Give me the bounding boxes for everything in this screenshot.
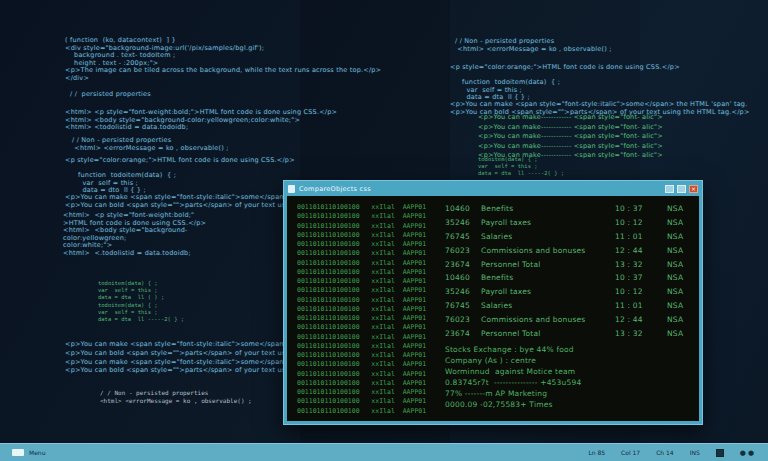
stocks-block: Stocks Exchange : bye 44% foodCompany (A… — [445, 344, 581, 410]
terminal-window: CompareObjects css × 0011010110100100 xx… — [283, 180, 703, 425]
binary-row: 0011010110100100 xxIlal AAPP01 — [297, 333, 426, 342]
tray-dots: ●● — [740, 449, 756, 457]
code-block-left-mono1: todoitem(data) { ;var self = this ;data … — [98, 280, 164, 301]
row-id: 76023 — [445, 315, 481, 324]
code-line: todoitem(data) { ; — [98, 302, 184, 309]
code-line: var self = this ; — [98, 287, 164, 294]
row-tag: NSA — [667, 329, 693, 338]
start-button[interactable]: Menu — [12, 449, 45, 456]
row-tag: NSA — [667, 315, 693, 324]
binary-row: 0011010110100100 xxIlal AAPP01 — [297, 249, 426, 258]
window-title: CompareObjects css — [299, 185, 371, 193]
binary-row: 0011010110100100 xxIlal AAPP01 — [297, 360, 426, 369]
taskbar: Menu Ln 85Col 17Ch 14INS ●● — [0, 443, 768, 461]
row-label: Payroll taxes — [481, 287, 615, 296]
code-line: <html> <.todolistid = data.todoidb; — [63, 250, 206, 258]
table-row: 76023 Commissions and bonuses 12 : 44 NS… — [445, 312, 693, 326]
binary-row: 0011010110100100 xxIlal AAPP01 — [297, 231, 426, 240]
tray-icon[interactable] — [716, 449, 724, 457]
table-row: 35246 Payroll taxes 10 : 12 NSA — [445, 285, 693, 299]
table-row: 23674 Personnel Total 13 : 32 NSA — [445, 257, 693, 271]
binary-row: 0011010110100100 xxIlal AAPP01 — [297, 259, 426, 268]
code-line: <html> <errorMessage = ko , observable()… — [72, 145, 229, 153]
status-item: Ch 14 — [656, 449, 674, 456]
start-label: Menu — [29, 449, 45, 456]
row-label: Commissions and bonuses — [481, 315, 615, 324]
row-tag: NSA — [667, 260, 693, 269]
row-label: Salaries — [481, 232, 615, 241]
close-button[interactable]: × — [689, 185, 698, 193]
code-block-left-html1: <html> <p style="font-weight:bold;">HTML… — [65, 109, 337, 132]
status-item: INS — [690, 449, 700, 456]
row-id: 10460 — [445, 204, 481, 213]
status-item: Ln 85 — [588, 449, 605, 456]
binary-row: 0011010110100100 xxIlal AAPP01 — [297, 268, 426, 277]
code-line: data = dta ll -----2( } ; — [478, 170, 564, 177]
code-line: <p>You can make------------ <span style=… — [478, 142, 663, 152]
row-time: 11 : 01 — [615, 232, 667, 241]
binary-row: 0011010110100100 xxIlal AAPP01 — [297, 323, 426, 332]
code-line: todoitem(data) { ; — [98, 280, 164, 287]
code-line: <p>The image can be tiled across the bac… — [65, 67, 381, 75]
binary-row: 0011010110100100 xxIlal AAPP01 — [297, 277, 426, 286]
binary-row: 0011010110100100 xxIlal AAPP01 — [297, 342, 426, 351]
row-label: Benefits — [481, 204, 615, 213]
code-line: <p style="color:orange;">HTML font code … — [65, 157, 295, 165]
accounts-table: 10460 Benefits 10 : 37 NSA 35246 Payroll… — [445, 202, 693, 340]
stocks-line: Company (As ) : centre — [445, 355, 581, 366]
code-block-left-orange: <p style="color:orange;">HTML font code … — [65, 157, 295, 165]
code-block-left-mono2: todoitem(data) { ;var self = this ;data … — [98, 302, 184, 323]
document-icon — [288, 185, 295, 193]
code-block-right-green-lines: <p>You can make------------ <span style=… — [478, 113, 663, 161]
binary-row: 0011010110100100 xxIlal AAPP01 — [297, 351, 426, 360]
binary-row: 0011010110100100 xxIlal AAPP01 — [297, 388, 426, 397]
row-tag: NSA — [667, 204, 693, 213]
window-titlebar[interactable]: CompareObjects css × — [284, 181, 702, 196]
table-row: 35246 Payroll taxes 10 : 12 NSA — [445, 216, 693, 230]
binary-row: 0011010110100100 xxIlal AAPP01 — [297, 370, 426, 379]
code-line: data = dta ll ( ) ; — [98, 294, 164, 301]
row-time: 10 : 37 — [615, 204, 667, 213]
row-id: 76023 — [445, 246, 481, 255]
code-block-right-function: function todoitem(data) { ; var self = t… — [462, 79, 560, 102]
code-line: / / Non - persisted properties — [100, 389, 252, 397]
code-block-right-top: / / Non - persisted properties <html> <e… — [455, 38, 612, 53]
code-block-right-mono: todoitem(data) { ;var self = this ;data … — [478, 156, 564, 177]
code-line: <html> <errorMessage = ko , observable()… — [100, 397, 252, 405]
binary-row: 0011010110100100 xxIlal AAPP01 — [297, 222, 426, 231]
row-time: 10 : 37 — [615, 273, 667, 282]
row-tag: NSA — [667, 246, 693, 255]
binary-row: 0011010110100100 xxIlal AAPP01 — [297, 212, 426, 221]
code-block-left-persisted: / / persisted properties — [70, 91, 151, 99]
minimize-button[interactable] — [665, 185, 674, 193]
stocks-line: 77% -------m AP Marketing — [445, 388, 581, 399]
code-line: data = dta ll -----2( } ; — [98, 316, 184, 323]
code-line: <html> <errorMessage = ko , observable()… — [455, 46, 612, 54]
code-line: var self = this ; — [98, 309, 184, 316]
binary-row: 0011010110100100 xxIlal AAPP01 — [297, 286, 426, 295]
code-block-left-nonpersisted: / / Non - persisted properties <html> <e… — [72, 137, 229, 152]
row-time: 12 : 44 — [615, 315, 667, 324]
stocks-line: 0.83745r7t --------------- +453u594 — [445, 377, 581, 388]
binary-row: 0011010110100100 xxIlal AAPP01 — [297, 314, 426, 323]
row-id: 10460 — [445, 273, 481, 282]
row-time: 13 : 32 — [615, 260, 667, 269]
status-item: Col 17 — [621, 449, 640, 456]
row-label: Salaries — [481, 301, 615, 310]
stocks-line: Stocks Exchange : bye 44% food — [445, 344, 581, 355]
binary-row: 0011010110100100 xxIlal AAPP01 — [297, 296, 426, 305]
code-line: <p>You can make------------ <span style=… — [478, 123, 663, 133]
row-time: 10 : 12 — [615, 218, 667, 227]
row-time: 11 : 01 — [615, 301, 667, 310]
row-label: Commissions and bonuses — [481, 246, 615, 255]
table-row: 76745 Salaries 11 : 01 NSA — [445, 299, 693, 313]
row-time: 12 : 44 — [615, 246, 667, 255]
code-line: / / persisted properties — [70, 91, 151, 99]
row-time: 10 : 12 — [615, 287, 667, 296]
code-line: <html> <todolistid = data.todoidb; — [65, 124, 337, 132]
binary-column: 0011010110100100 xxIlal AAPP010011010110… — [297, 203, 426, 416]
row-tag: NSA — [667, 218, 693, 227]
status-items: Ln 85Col 17Ch 14INS — [588, 449, 699, 456]
stocks-line: 0000.09 -02,75583+ Times — [445, 399, 581, 410]
maximize-button[interactable] — [677, 185, 686, 193]
